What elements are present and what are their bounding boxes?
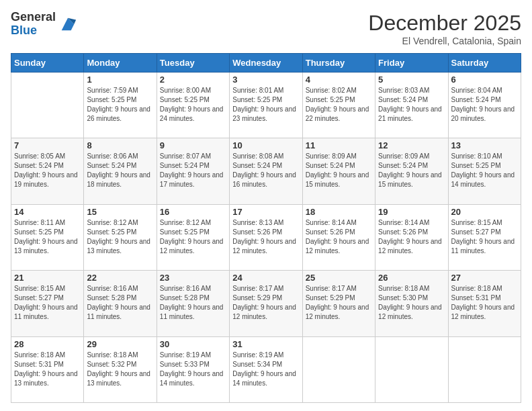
day-info: Sunrise: 8:18 AMSunset: 5:30 PMDaylight:… — [378, 284, 445, 322]
day-number: 18 — [306, 207, 372, 217]
day-number: 31 — [232, 339, 299, 349]
day-info: Sunrise: 8:12 AMSunset: 5:25 PMDaylight:… — [160, 218, 226, 256]
calendar-cell: 27Sunrise: 8:18 AMSunset: 5:31 PMDayligh… — [448, 271, 521, 336]
day-info: Sunrise: 8:16 AMSunset: 5:28 PMDaylight:… — [160, 284, 226, 322]
day-number: 29 — [87, 339, 153, 349]
calendar-cell — [375, 336, 448, 402]
calendar-header-thursday: Thursday — [302, 54, 375, 73]
day-number: 25 — [306, 273, 372, 283]
day-info: Sunrise: 8:18 AMSunset: 5:31 PMDaylight:… — [451, 284, 518, 322]
day-info: Sunrise: 8:18 AMSunset: 5:32 PMDaylight:… — [87, 351, 153, 388]
calendar-cell: 14Sunrise: 8:11 AMSunset: 5:25 PMDayligh… — [11, 204, 84, 270]
day-number: 24 — [232, 273, 299, 283]
day-info: Sunrise: 8:12 AMSunset: 5:25 PMDaylight:… — [87, 218, 153, 256]
calendar-header-saturday: Saturday — [448, 54, 521, 73]
day-number: 5 — [378, 75, 445, 85]
calendar-cell: 16Sunrise: 8:12 AMSunset: 5:25 PMDayligh… — [157, 204, 229, 270]
calendar-cell: 6Sunrise: 8:04 AMSunset: 5:24 PMDaylight… — [448, 73, 521, 138]
day-number: 19 — [378, 207, 445, 217]
calendar-cell — [11, 73, 84, 138]
day-info: Sunrise: 8:19 AMSunset: 5:33 PMDaylight:… — [160, 351, 226, 388]
day-info: Sunrise: 7:59 AMSunset: 5:25 PMDaylight:… — [87, 86, 153, 124]
day-number: 23 — [160, 273, 226, 283]
calendar-cell: 18Sunrise: 8:14 AMSunset: 5:26 PMDayligh… — [302, 204, 375, 270]
calendar-cell: 5Sunrise: 8:03 AMSunset: 5:24 PMDaylight… — [375, 73, 448, 138]
day-info: Sunrise: 8:16 AMSunset: 5:28 PMDaylight:… — [87, 284, 153, 322]
calendar-week-row: 21Sunrise: 8:15 AMSunset: 5:27 PMDayligh… — [11, 271, 521, 336]
calendar-cell: 9Sunrise: 8:07 AMSunset: 5:24 PMDaylight… — [157, 138, 229, 204]
day-number: 27 — [451, 273, 518, 283]
calendar-cell: 11Sunrise: 8:09 AMSunset: 5:24 PMDayligh… — [302, 138, 375, 204]
logo-icon — [58, 15, 77, 34]
day-info: Sunrise: 8:19 AMSunset: 5:34 PMDaylight:… — [232, 351, 299, 388]
day-number: 10 — [232, 140, 299, 150]
day-number: 2 — [160, 75, 226, 85]
calendar-cell: 7Sunrise: 8:05 AMSunset: 5:24 PMDaylight… — [11, 138, 84, 204]
day-number: 6 — [451, 75, 518, 85]
day-info: Sunrise: 8:00 AMSunset: 5:25 PMDaylight:… — [160, 86, 226, 124]
logo-general: General — [11, 11, 56, 24]
calendar-cell: 26Sunrise: 8:18 AMSunset: 5:30 PMDayligh… — [375, 271, 448, 336]
day-info: Sunrise: 8:07 AMSunset: 5:24 PMDaylight:… — [160, 152, 226, 189]
day-number: 4 — [306, 75, 372, 85]
day-info: Sunrise: 8:17 AMSunset: 5:29 PMDaylight:… — [232, 284, 299, 322]
day-info: Sunrise: 8:01 AMSunset: 5:25 PMDaylight:… — [232, 86, 299, 124]
day-number: 26 — [378, 273, 445, 283]
day-number: 21 — [14, 273, 81, 283]
calendar-cell — [302, 336, 375, 402]
month-title: December 2025 — [368, 11, 521, 36]
calendar-cell: 17Sunrise: 8:13 AMSunset: 5:26 PMDayligh… — [230, 204, 302, 270]
day-info: Sunrise: 8:15 AMSunset: 5:27 PMDaylight:… — [451, 218, 518, 256]
calendar-header-row: SundayMondayTuesdayWednesdayThursdayFrid… — [11, 54, 521, 73]
day-number: 7 — [14, 140, 81, 150]
logo: General Blue — [11, 11, 77, 38]
day-info: Sunrise: 8:18 AMSunset: 5:31 PMDaylight:… — [14, 351, 81, 388]
day-number: 20 — [451, 207, 518, 217]
calendar-cell: 12Sunrise: 8:09 AMSunset: 5:24 PMDayligh… — [375, 138, 448, 204]
calendar-cell: 31Sunrise: 8:19 AMSunset: 5:34 PMDayligh… — [230, 336, 302, 402]
day-info: Sunrise: 8:14 AMSunset: 5:26 PMDaylight:… — [378, 218, 445, 256]
calendar-header-wednesday: Wednesday — [230, 54, 302, 73]
day-number: 1 — [87, 75, 153, 85]
subtitle: El Vendrell, Catalonia, Spain — [368, 36, 521, 46]
calendar-cell: 13Sunrise: 8:10 AMSunset: 5:25 PMDayligh… — [448, 138, 521, 204]
day-info: Sunrise: 8:17 AMSunset: 5:29 PMDaylight:… — [306, 284, 372, 322]
calendar-cell: 19Sunrise: 8:14 AMSunset: 5:26 PMDayligh… — [375, 204, 448, 270]
calendar-table: SundayMondayTuesdayWednesdayThursdayFrid… — [11, 53, 521, 403]
day-info: Sunrise: 8:06 AMSunset: 5:24 PMDaylight:… — [87, 152, 153, 189]
calendar-cell: 2Sunrise: 8:00 AMSunset: 5:25 PMDaylight… — [157, 73, 229, 138]
day-info: Sunrise: 8:08 AMSunset: 5:24 PMDaylight:… — [232, 152, 299, 189]
day-info: Sunrise: 8:09 AMSunset: 5:24 PMDaylight:… — [378, 152, 445, 189]
calendar-cell: 30Sunrise: 8:19 AMSunset: 5:33 PMDayligh… — [157, 336, 229, 402]
calendar-week-row: 14Sunrise: 8:11 AMSunset: 5:25 PMDayligh… — [11, 204, 521, 270]
calendar-cell: 23Sunrise: 8:16 AMSunset: 5:28 PMDayligh… — [157, 271, 229, 336]
day-number: 28 — [14, 339, 81, 349]
calendar-cell — [448, 336, 521, 402]
day-info: Sunrise: 8:13 AMSunset: 5:26 PMDaylight:… — [232, 218, 299, 256]
day-info: Sunrise: 8:03 AMSunset: 5:24 PMDaylight:… — [378, 86, 445, 124]
calendar-cell: 20Sunrise: 8:15 AMSunset: 5:27 PMDayligh… — [448, 204, 521, 270]
calendar-week-row: 7Sunrise: 8:05 AMSunset: 5:24 PMDaylight… — [11, 138, 521, 204]
calendar-header-monday: Monday — [84, 54, 157, 73]
day-info: Sunrise: 8:04 AMSunset: 5:24 PMDaylight:… — [451, 86, 518, 124]
main-container: General Blue December 2025 El Vendrell, … — [0, 0, 532, 411]
day-number: 15 — [87, 207, 153, 217]
calendar-week-row: 28Sunrise: 8:18 AMSunset: 5:31 PMDayligh… — [11, 336, 521, 402]
calendar-cell: 10Sunrise: 8:08 AMSunset: 5:24 PMDayligh… — [230, 138, 302, 204]
day-info: Sunrise: 8:02 AMSunset: 5:25 PMDaylight:… — [306, 86, 372, 124]
calendar-cell: 25Sunrise: 8:17 AMSunset: 5:29 PMDayligh… — [302, 271, 375, 336]
calendar-header-sunday: Sunday — [11, 54, 84, 73]
day-number: 17 — [232, 207, 299, 217]
calendar-cell: 8Sunrise: 8:06 AMSunset: 5:24 PMDaylight… — [84, 138, 157, 204]
day-number: 9 — [160, 140, 226, 150]
day-info: Sunrise: 8:05 AMSunset: 5:24 PMDaylight:… — [14, 152, 81, 189]
calendar-cell: 28Sunrise: 8:18 AMSunset: 5:31 PMDayligh… — [11, 336, 84, 402]
calendar-cell: 1Sunrise: 7:59 AMSunset: 5:25 PMDaylight… — [84, 73, 157, 138]
logo-text: General Blue — [11, 11, 56, 38]
logo-blue: Blue — [11, 24, 56, 38]
day-number: 22 — [87, 273, 153, 283]
calendar-cell: 22Sunrise: 8:16 AMSunset: 5:28 PMDayligh… — [84, 271, 157, 336]
calendar-cell: 3Sunrise: 8:01 AMSunset: 5:25 PMDaylight… — [230, 73, 302, 138]
calendar-cell: 15Sunrise: 8:12 AMSunset: 5:25 PMDayligh… — [84, 204, 157, 270]
day-number: 13 — [451, 140, 518, 150]
